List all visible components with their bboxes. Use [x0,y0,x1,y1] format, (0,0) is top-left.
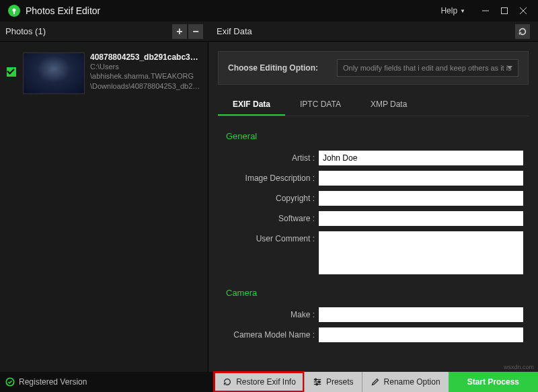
photo-list-item[interactable]: 40878804253_db291cabc3_o.png C:\Users \a… [4,48,204,98]
edit-option-label: Choose Editing Option: [228,63,318,73]
form-area[interactable]: General Artist : Image Description : Cop… [218,116,529,372]
remove-photo-button[interactable]: − [188,24,203,39]
presets-label: Presets [326,377,354,387]
photo-path-1: C:\Users [90,62,201,71]
svg-point-10 [318,381,320,383]
copyright-input[interactable] [319,191,523,206]
edit-option-select[interactable]: Only modify fields that i edit and keep … [337,59,518,77]
rename-label: Rename Option [384,377,440,387]
app-title: Photos Exif Editor [26,5,100,16]
artist-label: Artist : [223,153,319,163]
photo-filename: 40878804253_db291cabc3_o.png [90,52,201,62]
exif-panel: Choose Editing Option: Only modify field… [208,42,538,372]
tab-xmp[interactable]: XMP Data [356,94,422,116]
close-button[interactable] [514,1,533,20]
photo-checkbox[interactable] [7,67,16,77]
main-area: 40878804253_db291cabc3_o.png C:\Users \a… [0,42,538,372]
chevron-down-icon: ▼ [460,8,465,14]
svg-point-0 [13,9,16,12]
image-desc-label: Image Description : [223,173,319,183]
svg-point-11 [316,383,318,385]
user-comment-input[interactable] [319,231,523,274]
start-process-button[interactable]: Start Process [449,372,538,392]
minimize-button[interactable] [476,1,495,20]
copyright-label: Copyright : [223,194,319,203]
chevron-down-icon [507,66,512,69]
footer: Registered Version Restore Exif Info Pre… [0,372,538,392]
restore-exif-label: Restore Exif Info [236,377,296,387]
photo-list-panel: 40878804253_db291cabc3_o.png C:\Users \a… [0,42,208,372]
software-label: Software : [223,214,319,223]
help-label: Help [440,6,457,15]
make-input[interactable] [319,307,523,322]
image-desc-input[interactable] [319,171,523,186]
maximize-button[interactable] [495,1,514,20]
sliders-icon [313,377,322,387]
restore-exif-button[interactable]: Restore Exif Info [214,372,304,392]
registered-status: Registered Version [5,377,87,387]
edit-option-selected: Only modify fields that i edit and keep … [343,64,512,72]
photo-path-3: \Downloads\40878804253_db291ca... [90,81,201,91]
model-label: Camera Model Name : [223,330,319,340]
section-camera-title: Camera [226,288,523,298]
rename-option-button[interactable]: Rename Option [362,372,449,392]
photo-meta: 40878804253_db291cabc3_o.png C:\Users \a… [90,52,201,94]
artist-input[interactable] [319,151,523,165]
tab-exif[interactable]: EXIF Data [218,94,285,116]
svg-rect-2 [502,8,508,14]
help-menu[interactable]: Help ▼ [440,6,465,15]
svg-point-9 [315,379,317,381]
photo-thumbnail [23,52,85,94]
user-comment-label: User Comment : [223,231,319,243]
refresh-button[interactable] [515,24,530,39]
presets-button[interactable]: Presets [304,372,362,392]
tab-iptc[interactable]: IPTC DATA [285,94,356,116]
registered-label: Registered Version [19,377,87,387]
section-general-title: General [226,131,523,141]
app-logo-icon [8,5,20,17]
software-input[interactable] [319,211,523,226]
model-input[interactable] [319,327,523,342]
exif-data-label: Exif Data [217,26,252,36]
photos-count-label: Photos (1) [5,26,46,36]
start-process-label: Start Process [467,377,519,387]
subheader: Photos (1) + − Exif Data [0,22,538,42]
watermark: wsxdn.com [504,364,534,370]
restore-icon [223,377,232,387]
add-photo-button[interactable]: + [172,24,187,39]
pencil-icon [371,377,380,387]
make-label: Make : [223,310,319,319]
check-circle-icon [5,377,15,387]
edit-option-bar: Choose Editing Option: Only modify field… [218,51,529,85]
tabs: EXIF Data IPTC DATA XMP Data [218,94,529,116]
titlebar: Photos Exif Editor Help ▼ [0,0,538,22]
photo-path-2: \abhishek.sharma.TWEAKORG [90,71,201,81]
